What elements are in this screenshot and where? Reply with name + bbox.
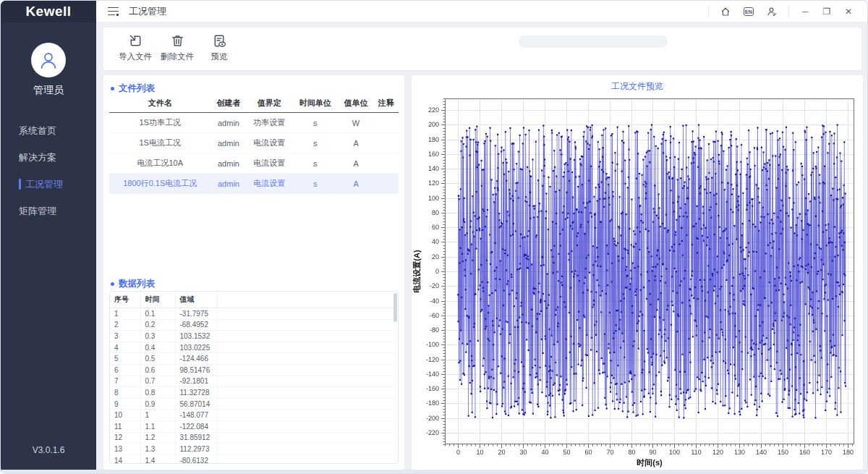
cell: admin — [210, 153, 246, 174]
cell: 5 — [110, 353, 140, 365]
data-row[interactable]: 141.4-80.6132 — [110, 454, 393, 464]
column-header: 值界定 — [246, 94, 292, 113]
chart-title: 工况文件预览 — [412, 75, 863, 93]
cell: 14 — [110, 454, 140, 464]
app-version: V3.0.1.6 — [1, 445, 96, 455]
delete-file-button[interactable]: 删除文件 — [158, 33, 196, 62]
cell — [374, 174, 399, 194]
language-en-icon[interactable]: EN — [742, 5, 755, 18]
cell — [217, 342, 393, 353]
cell: admin — [210, 113, 246, 133]
file-row[interactable]: 电流工况10Aadmin电流设置sA — [109, 153, 399, 174]
cell — [217, 387, 393, 399]
cell: 11 — [110, 420, 140, 432]
column-header: 时间单位 — [292, 94, 339, 113]
sidebar-item-label: 矩阵管理 — [19, 206, 56, 216]
cell — [217, 410, 393, 421]
cell: A — [339, 174, 374, 194]
data-row[interactable]: 90.956.87014 — [110, 398, 393, 410]
cell — [217, 398, 393, 410]
cell: s — [292, 113, 339, 133]
data-row[interactable]: 40.4103.0225 — [110, 342, 393, 353]
cell: 1S电流工况 — [109, 133, 210, 153]
cell: -92.1801 — [175, 376, 217, 387]
cell: 103.0225 — [175, 342, 217, 353]
column-header: 值单位 — [339, 94, 374, 113]
data-row[interactable]: 111.1-122.084 — [110, 420, 393, 432]
bullet-icon — [111, 282, 114, 286]
sidebar-item-label: 系统首页 — [19, 125, 56, 136]
cell: 0.3 — [140, 331, 175, 342]
data-table: 序号时间值域 10.1-31.797520.2-68.495230.3103.1… — [110, 292, 393, 464]
home-icon[interactable] — [719, 5, 732, 18]
data-row[interactable]: 30.3103.1532 — [110, 331, 393, 342]
cell — [374, 153, 399, 174]
sidebar-item-solutions[interactable]: 解决方案 — [1, 144, 96, 171]
data-row[interactable]: 60.698.51476 — [110, 364, 393, 376]
window-bottom-edge — [1, 470, 867, 473]
cell — [217, 444, 393, 455]
minimize-button[interactable]: ─ — [799, 7, 811, 17]
data-table-header: 序号时间值域 — [110, 292, 393, 308]
cell: 1.3 — [140, 444, 175, 455]
cell: admin — [210, 133, 246, 153]
cell: 0.6 — [140, 364, 175, 376]
file-row[interactable]: 1800行0.1S电流工况admin电流设置sA — [109, 174, 399, 194]
cell — [217, 454, 393, 464]
data-row[interactable]: 50.5-124.466 — [110, 353, 393, 365]
file-row[interactable]: 1S功率工况admin功率设置sW — [109, 113, 399, 133]
left-panel: 文件列表 文件名创建者值界定时间单位值单位注释 1S功率工况admin功率设置s… — [103, 75, 404, 470]
file-table: 文件名创建者值界定时间单位值单位注释 1S功率工况admin功率设置sW1S电流… — [109, 94, 399, 194]
cell: -80.6132 — [175, 454, 217, 464]
menu-icon[interactable] — [108, 7, 119, 16]
cell: 电流工况10A — [109, 153, 210, 174]
app-window: Kewell 管理员 系统首页 解决方案 工况管理 矩阵管理 V3.0.1.6 … — [0, 0, 868, 474]
file-row[interactable]: 1S电流工况admin电流设置sA — [109, 133, 399, 153]
cell: 1S功率工况 — [109, 113, 210, 133]
user-icon[interactable] — [765, 5, 778, 18]
maximize-button[interactable]: ❐ — [821, 7, 833, 17]
topbar-actions: EN ─ ❐ ✕ — [708, 5, 867, 18]
sidebar-item-condition-mgmt[interactable]: 工况管理 — [1, 171, 96, 198]
data-row[interactable]: 101-148.077 — [110, 410, 393, 421]
data-row[interactable]: 131.3112.2973 — [110, 444, 393, 455]
column-header: 序号 — [110, 292, 140, 308]
cell: 0.7 — [140, 376, 175, 387]
cell: 0.4 — [140, 342, 175, 353]
data-row[interactable]: 70.7-92.1801 — [110, 376, 393, 387]
cell: 功率设置 — [246, 113, 292, 133]
cell — [374, 113, 399, 133]
cell: 0.1 — [140, 308, 175, 320]
data-row[interactable]: 80.811.32728 — [110, 387, 393, 399]
cell — [217, 353, 393, 365]
user-role: 管理员 — [1, 84, 96, 97]
section-label: 数据列表 — [119, 278, 155, 290]
column-header: 注释 — [374, 94, 399, 113]
cell: 10 — [110, 410, 140, 421]
sidebar-item-matrix-mgmt[interactable]: 矩阵管理 — [1, 198, 96, 224]
cell: -148.077 — [175, 410, 217, 421]
cell: -68.4952 — [175, 319, 217, 331]
chart-panel: 工况文件预览 — [412, 75, 863, 470]
data-row[interactable]: 121.231.85912 — [110, 432, 393, 444]
section-label: 文件列表 — [119, 82, 155, 95]
tool-label: 删除文件 — [161, 51, 194, 62]
cell: A — [339, 133, 374, 153]
preview-button[interactable]: 预览 — [200, 33, 238, 62]
import-file-button[interactable]: 导入文件 — [116, 33, 154, 62]
cell: 1 — [140, 410, 175, 421]
data-row[interactable]: 20.2-68.4952 — [110, 319, 393, 331]
scrollbar-thumb[interactable] — [393, 293, 397, 322]
data-row[interactable]: 10.1-31.7975 — [110, 308, 393, 320]
cell: 1800行0.1S电流工况 — [109, 174, 210, 194]
cell: 12 — [110, 432, 140, 444]
close-button[interactable]: ✕ — [843, 7, 854, 17]
bullet-icon — [111, 87, 114, 90]
tool-label: 预览 — [211, 51, 228, 62]
active-indicator — [19, 179, 21, 190]
condition-preview-chart — [412, 91, 863, 467]
cell: s — [292, 153, 339, 174]
sidebar-item-home[interactable]: 系统首页 — [1, 117, 96, 144]
cell: s — [292, 133, 339, 153]
cell: -124.466 — [175, 353, 217, 365]
